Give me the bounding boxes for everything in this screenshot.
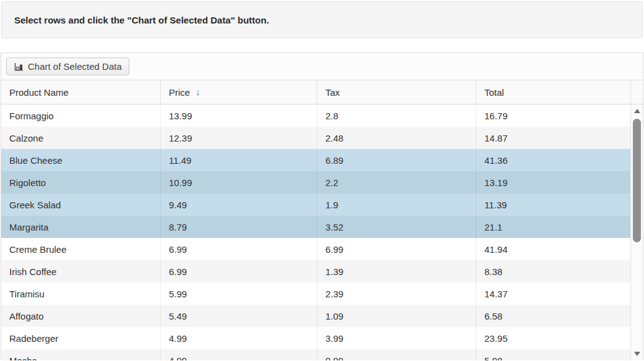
cell-total: 23.95 bbox=[476, 327, 630, 349]
scrollbar-thumb[interactable] bbox=[633, 119, 641, 242]
data-grid: Chart of Selected Data Product Name Pric… bbox=[1, 53, 643, 360]
cell-tax: 1.9 bbox=[317, 193, 476, 216]
cell-total: 13.19 bbox=[476, 171, 630, 193]
table-row[interactable]: Blue Cheese 11.49 6.89 41.36 bbox=[1, 149, 630, 171]
cell-price: 13.99 bbox=[160, 104, 317, 127]
cell-product-name: Tiramisu bbox=[1, 282, 160, 305]
column-chart-icon bbox=[14, 62, 24, 72]
scroll-down-button[interactable] bbox=[631, 349, 643, 359]
scroll-up-button[interactable] bbox=[631, 106, 643, 116]
cell-tax: 0.99 bbox=[317, 349, 476, 360]
table-row[interactable]: Radeberger 4.99 3.99 23.95 bbox=[1, 327, 630, 349]
cell-total: 11.39 bbox=[476, 193, 630, 216]
column-header-label: Product Name bbox=[9, 87, 69, 98]
cell-product-name: Calzone bbox=[1, 127, 160, 149]
cell-total: 14.87 bbox=[476, 127, 630, 149]
cell-total: 5.98 bbox=[476, 349, 630, 360]
column-header-tax[interactable]: Tax bbox=[317, 80, 476, 104]
cell-tax: 3.99 bbox=[317, 327, 476, 349]
table-row[interactable]: Mocha 4.99 0.99 5.98 bbox=[1, 349, 630, 360]
grid-body: Formaggio 13.99 2.8 16.79 Calzone 12.39 … bbox=[1, 104, 643, 360]
cell-price: 10.99 bbox=[160, 171, 317, 193]
column-header-label: Price bbox=[169, 87, 190, 98]
column-header-label: Total bbox=[484, 87, 504, 98]
cell-tax: 3.52 bbox=[317, 216, 476, 238]
instruction-text: Select rows and click the "Chart of Sele… bbox=[14, 15, 269, 25]
cell-price: 12.39 bbox=[160, 127, 317, 149]
cell-price: 6.99 bbox=[160, 260, 317, 282]
column-header-total[interactable]: Total bbox=[476, 80, 630, 104]
cell-price: 5.49 bbox=[160, 305, 317, 327]
cell-tax: 2.2 bbox=[317, 171, 476, 193]
chart-of-selected-data-button[interactable]: Chart of Selected Data bbox=[6, 57, 129, 75]
cell-tax: 2.39 bbox=[317, 282, 476, 305]
table-row[interactable]: Formaggio 13.99 2.8 16.79 bbox=[1, 104, 630, 127]
cell-product-name: Formaggio bbox=[1, 104, 160, 127]
cell-product-name: Margarita bbox=[1, 216, 160, 238]
table-row[interactable]: Creme Brulee 6.99 6.99 41.94 bbox=[1, 238, 630, 260]
cell-price: 11.49 bbox=[160, 149, 317, 171]
cell-product-name: Radeberger bbox=[1, 327, 160, 349]
cell-total: 41.94 bbox=[476, 238, 630, 260]
cell-product-name: Blue Cheese bbox=[1, 149, 160, 171]
instruction-banner: Select rows and click the "Chart of Sele… bbox=[1, 1, 643, 38]
table-row[interactable]: Margarita 8.79 3.52 21.1 bbox=[1, 216, 630, 238]
cell-total: 6.58 bbox=[476, 305, 630, 327]
cell-price: 6.99 bbox=[160, 238, 317, 260]
cell-tax: 6.89 bbox=[317, 149, 476, 171]
chart-button-label: Chart of Selected Data bbox=[28, 61, 122, 72]
cell-price: 8.79 bbox=[160, 216, 317, 238]
table-row[interactable]: Greek Salad 9.49 1.9 11.39 bbox=[1, 193, 630, 216]
table-row[interactable]: Calzone 12.39 2.48 14.87 bbox=[1, 127, 630, 149]
up-arrow-icon bbox=[634, 109, 640, 113]
cell-total: 8.38 bbox=[476, 260, 630, 282]
cell-tax: 2.8 bbox=[317, 104, 476, 127]
cell-tax: 1.09 bbox=[317, 305, 476, 327]
down-arrow-icon bbox=[634, 352, 640, 356]
cell-total: 21.1 bbox=[476, 216, 630, 238]
cell-price: 9.49 bbox=[160, 193, 317, 216]
cell-product-name: Mocha bbox=[1, 349, 160, 360]
table-row[interactable]: Rigoletto 10.99 2.2 13.19 bbox=[1, 171, 630, 193]
grid-body-rows: Formaggio 13.99 2.8 16.79 Calzone 12.39 … bbox=[1, 104, 630, 360]
grid-toolbar: Chart of Selected Data bbox=[1, 53, 643, 80]
cell-price: 5.99 bbox=[160, 282, 317, 305]
column-header-product-name[interactable]: Product Name bbox=[1, 80, 160, 104]
grid-header-row: Product Name Price ↓ Tax Total bbox=[1, 80, 643, 104]
table-row[interactable]: Affogato 5.49 1.09 6.58 bbox=[1, 305, 630, 327]
sort-desc-icon: ↓ bbox=[195, 87, 200, 97]
cell-total: 16.79 bbox=[476, 104, 630, 127]
cell-tax: 6.99 bbox=[317, 238, 476, 260]
cell-tax: 1.39 bbox=[317, 260, 476, 282]
vertical-scrollbar[interactable] bbox=[630, 104, 643, 360]
table-row[interactable]: Irish Coffee 6.99 1.39 8.38 bbox=[1, 260, 630, 282]
cell-product-name: Affogato bbox=[1, 305, 160, 327]
header-scrollbar-spacer bbox=[630, 80, 643, 104]
column-header-label: Tax bbox=[325, 87, 340, 98]
cell-product-name: Irish Coffee bbox=[1, 260, 160, 282]
column-header-price[interactable]: Price ↓ bbox=[160, 80, 317, 104]
cell-price: 4.99 bbox=[160, 349, 317, 360]
cell-product-name: Greek Salad bbox=[1, 193, 160, 216]
cell-product-name: Rigoletto bbox=[1, 171, 160, 193]
cell-tax: 2.48 bbox=[317, 127, 476, 149]
table-row[interactable]: Tiramisu 5.99 2.39 14.37 bbox=[1, 282, 630, 305]
cell-product-name: Creme Brulee bbox=[1, 238, 160, 260]
cell-total: 14.37 bbox=[476, 282, 630, 305]
cell-price: 4.99 bbox=[160, 327, 317, 349]
cell-total: 41.36 bbox=[476, 149, 630, 171]
